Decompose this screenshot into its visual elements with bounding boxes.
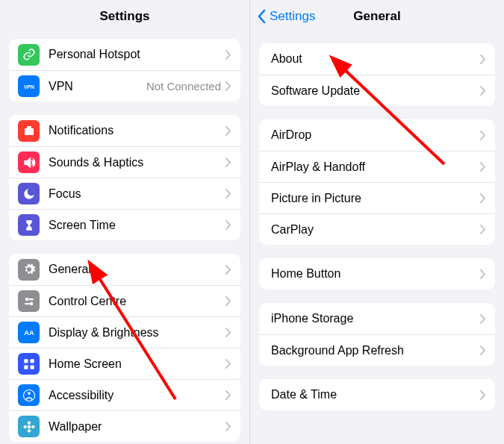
general-panel: Settings General AboutSoftware Update Ai… (250, 0, 504, 444)
row-label: About (271, 52, 480, 66)
chevron-right-icon (480, 86, 486, 96)
svg-point-11 (28, 392, 31, 395)
row-label: Sounds & Haptics (49, 156, 225, 169)
group-homebutton: Home Button (259, 258, 495, 290)
chevron-right-icon (225, 126, 231, 136)
chevron-right-icon (225, 157, 231, 167)
row-about[interactable]: About (259, 43, 495, 75)
row-label: General (49, 263, 225, 276)
svg-rect-9 (30, 365, 34, 369)
hourglass-icon (18, 214, 40, 236)
svg-text:VPN: VPN (23, 84, 34, 89)
svg-rect-7 (30, 359, 34, 363)
row-home-button[interactable]: Home Button (259, 258, 495, 290)
row-accessibility[interactable]: Accessibility (9, 379, 240, 410)
group-notifications: NotificationsSounds & HapticsFocusScreen… (9, 115, 240, 240)
svg-rect-2 (28, 298, 34, 299)
chevron-right-icon (480, 193, 486, 203)
row-label: Personal Hotspot (49, 48, 225, 61)
row-vpn[interactable]: VPNVPNNot Connected (9, 70, 240, 101)
chevron-right-icon (480, 225, 486, 234)
row-label: Wallpaper (49, 420, 225, 434)
group-general: GeneralControl CentreAADisplay & Brightn… (9, 254, 240, 442)
row-general[interactable]: General (9, 254, 240, 285)
row-wallpaper[interactable]: Wallpaper (9, 410, 240, 442)
row-background-app-refresh[interactable]: Background App Refresh (259, 334, 495, 366)
row-controlcentre[interactable]: Control Centre (9, 285, 240, 316)
general-title: General (353, 9, 400, 24)
row-screentime[interactable]: Screen Time (9, 209, 240, 240)
row-label: Focus (49, 187, 225, 201)
speaker-icon (18, 151, 40, 173)
svg-point-14 (27, 429, 31, 433)
row-label: Control Centre (49, 295, 225, 308)
chevron-right-icon (225, 296, 231, 306)
row-label: Picture in Picture (271, 192, 480, 205)
chevron-left-icon (258, 9, 267, 24)
back-button[interactable]: Settings (258, 9, 315, 24)
settings-nav: Settings (0, 0, 249, 33)
svg-point-10 (23, 390, 34, 401)
row-display[interactable]: AADisplay & Brightness (9, 316, 240, 348)
chevron-right-icon (225, 50, 231, 60)
grid-icon (18, 353, 40, 375)
chevron-right-icon (480, 269, 486, 279)
flower-icon (18, 416, 40, 437)
row-focus[interactable]: Focus (9, 178, 240, 209)
row-software-update[interactable]: Software Update (259, 75, 495, 106)
chevron-right-icon (225, 390, 231, 400)
chevron-right-icon (480, 390, 486, 400)
row-personal-hotspot[interactable]: Personal Hotspot (9, 39, 240, 70)
row-homescreen[interactable]: Home Screen (9, 348, 240, 379)
gear-icon (18, 259, 40, 281)
row-label: Display & Brightness (49, 326, 225, 340)
settings-title: Settings (99, 9, 149, 24)
svg-rect-8 (24, 365, 28, 369)
moon-icon (18, 183, 40, 204)
row-airdrop[interactable]: AirDrop (259, 119, 495, 151)
chevron-right-icon (480, 345, 486, 355)
svg-point-13 (27, 421, 31, 425)
chevron-right-icon (225, 189, 231, 198)
row-label: Screen Time (49, 219, 225, 232)
chevron-right-icon (480, 54, 486, 64)
settings-panel: Settings Personal HotspotVPNVPNNot Conne… (0, 0, 250, 444)
svg-rect-6 (24, 359, 28, 363)
chevron-right-icon (225, 220, 231, 230)
group-connectivity: Personal HotspotVPNVPNNot Connected (9, 39, 240, 101)
row-airplay-handoff[interactable]: AirPlay & Handoff (259, 151, 495, 182)
svg-point-1 (25, 297, 28, 301)
svg-point-15 (23, 425, 27, 428)
row-label: Home Screen (49, 357, 225, 371)
row-carplay[interactable]: CarPlay (259, 213, 495, 245)
svg-text:AA: AA (24, 329, 34, 337)
bell-icon (18, 120, 40, 142)
row-value: Not Connected (146, 80, 221, 93)
svg-point-12 (27, 425, 31, 428)
chevron-right-icon (225, 328, 231, 337)
chevron-right-icon (225, 422, 231, 431)
row-iphone-storage[interactable]: iPhone Storage (259, 303, 495, 334)
chevron-right-icon (480, 314, 486, 324)
vpn-icon: VPN (18, 75, 40, 97)
row-label: iPhone Storage (271, 312, 480, 325)
chevron-right-icon (480, 162, 486, 172)
row-label: Background App Refresh (271, 344, 480, 357)
row-notifications[interactable]: Notifications (9, 115, 240, 146)
row-picture-in-picture[interactable]: Picture in Picture (259, 182, 495, 213)
row-sounds[interactable]: Sounds & Haptics (9, 146, 240, 178)
row-label: VPN (49, 80, 146, 93)
general-nav: Settings General (250, 0, 504, 33)
chevron-right-icon (480, 131, 486, 140)
back-label: Settings (270, 9, 315, 24)
link-icon (18, 44, 40, 66)
row-label: AirDrop (271, 128, 480, 142)
row-label: CarPlay (271, 223, 480, 237)
row-date-time[interactable]: Date & Time (259, 379, 495, 410)
chevron-right-icon (225, 359, 231, 369)
switches-icon (18, 290, 40, 312)
person-icon (18, 384, 40, 406)
group-about: AboutSoftware Update (259, 43, 495, 106)
row-label: Accessibility (49, 389, 225, 402)
svg-rect-4 (25, 302, 30, 304)
